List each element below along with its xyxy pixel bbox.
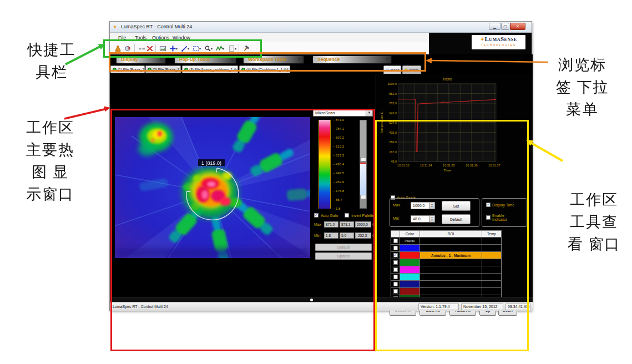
min-field-1[interactable]: 1.8 [324, 232, 338, 239]
roi-row-checkbox[interactable] [393, 275, 398, 279]
file-tab-1[interactable]: (1) File [Braze_2.ifv] [110, 65, 145, 73]
popup-collapse-icon[interactable]: × [230, 56, 233, 63]
enable-indicator-checkbox[interactable] [486, 215, 491, 220]
auto-gain-checkbox[interactable] [314, 213, 318, 218]
color-column-header: Color [400, 231, 420, 237]
roi-row-checkbox-cell[interactable] [391, 288, 400, 295]
app-icon: ✦ [113, 24, 117, 30]
max-field-2[interactable]: 873.1 [340, 221, 354, 228]
display-header[interactable]: Display× [116, 55, 166, 64]
capture-icon[interactable] [123, 44, 133, 53]
roi-row-checkbox[interactable] [393, 239, 398, 243]
slider-upper-handle[interactable] [360, 157, 366, 161]
roi-table-row[interactable] [391, 245, 501, 252]
close-button[interactable]: ✕ [510, 23, 525, 30]
trend-tab-icon [386, 68, 389, 72]
chart-xlabel: Time [443, 169, 451, 172]
slider-lower-handle[interactable] [360, 195, 366, 199]
roi-row-checkbox[interactable] [393, 282, 398, 286]
spinner-arrows-icon[interactable]: ▲▼ [429, 216, 434, 222]
trend-dropdown-caret[interactable]: ▾ [223, 47, 224, 50]
trend-min-input[interactable]: 48.0▲▼ [411, 215, 435, 223]
svg-text:10:31:33: 10:31:33 [397, 164, 409, 167]
roi-row-checkbox-cell[interactable] [391, 237, 400, 244]
roi-table-row[interactable] [391, 281, 501, 288]
zoom-dropdown-caret[interactable]: ▾ [211, 47, 213, 50]
maximize-button[interactable]: ▢ [501, 23, 509, 30]
roi-row-checkbox[interactable] [393, 260, 398, 265]
roi-temp-cell [482, 237, 501, 244]
snapshot-icon[interactable] [158, 44, 168, 53]
tools-icon[interactable] [241, 44, 251, 53]
menu-file[interactable]: File [117, 34, 128, 41]
chevron-down-icon[interactable]: ▼ [366, 110, 372, 116]
set-button[interactable]: Set [442, 201, 471, 211]
menu-window[interactable]: Window [171, 34, 192, 41]
roi-row-checkbox-cell[interactable] [391, 274, 400, 280]
palette-dropdown[interactable]: MikroScan ▼ [313, 109, 373, 117]
roi-row-checkbox-cell[interactable] [391, 252, 400, 259]
file-status-icon [184, 68, 188, 72]
rectangle-dropdown-caret[interactable]: ▾ [199, 47, 201, 50]
roi-table-row[interactable]: Palette [391, 237, 501, 245]
crosshair-dropdown-caret[interactable]: ▾ [176, 47, 178, 50]
min-field-3[interactable]: -252.3 [355, 232, 371, 239]
title-bar[interactable]: ✦ LumaSpec RT - Control Multi 24 ▁ ▢ ✕ [110, 22, 532, 33]
roi-row-checkbox[interactable] [393, 267, 398, 272]
roi-table-row[interactable] [391, 274, 501, 281]
tab-trend[interactable]: Trend [383, 65, 401, 74]
file-tab-4[interactable]: (4) File [Cooldown 1_1.ifv] [239, 65, 290, 73]
sequence-header[interactable]: Sequence× [312, 55, 392, 64]
thermal-image[interactable]: 1 (819.0) [115, 117, 310, 258]
invert-palette-checkbox[interactable] [345, 213, 349, 218]
max-field-3[interactable]: 2000.0 [355, 221, 371, 228]
minimize-button[interactable]: ▁ [489, 23, 500, 30]
workspace-collapse-icon[interactable]: × [298, 56, 301, 63]
max-field-1[interactable]: 871.0 [324, 221, 338, 228]
roi-color-swatch [400, 274, 420, 280]
roi-temp-cell [482, 266, 501, 273]
scale-range-slider[interactable] [360, 120, 367, 209]
roi-row-checkbox[interactable] [393, 253, 398, 257]
roi-table-row[interactable] [391, 259, 501, 266]
file-status-icon [241, 68, 245, 72]
file-tab-2[interactable]: (2) File [Braze_1.ifv] [145, 65, 181, 73]
roi-color-swatch [400, 252, 420, 259]
roi-row-checkbox[interactable] [393, 289, 398, 294]
connect-icon[interactable] [113, 44, 123, 53]
scale-update-button[interactable]: Update [315, 252, 372, 260]
roi-row-checkbox-cell[interactable] [391, 281, 400, 287]
trend-max-input[interactable]: 1000.0▲▼ [411, 202, 435, 209]
menu-options[interactable]: Options [150, 34, 171, 41]
workspace-tools-header[interactable]: Workspace Tools× [243, 55, 304, 64]
min-field-2[interactable]: 5.0 [340, 232, 354, 239]
roi-table-row[interactable] [391, 266, 501, 274]
line-dropdown-caret[interactable]: ▾ [188, 47, 189, 50]
svg-text:405.0: 405.0 [389, 131, 397, 134]
roi-table-row[interactable] [391, 288, 501, 295]
sequence-collapse-icon[interactable]: × [386, 56, 388, 63]
status-date: November 15, 2012 [461, 304, 503, 310]
roi-row-checkbox-cell[interactable] [391, 259, 400, 266]
timeline-position-marker[interactable] [310, 299, 313, 301]
logo-name: LumaSense [485, 36, 517, 42]
export-dropdown-caret[interactable]: ▾ [235, 47, 236, 50]
color-scale-ticks: 871.0784.1697.2610.2523.3436.4349.5262.6… [333, 120, 357, 209]
roi-row-checkbox[interactable] [393, 246, 398, 250]
scale-default-button[interactable]: Default [315, 244, 372, 251]
roi-row-checkbox-cell[interactable] [391, 245, 400, 251]
display-time-checkbox[interactable] [486, 203, 491, 207]
tab-alarm[interactable]: Alarm [402, 65, 421, 74]
scale-tick: 436.4 [333, 163, 344, 166]
spinner-arrows-icon[interactable]: ▲▼ [429, 203, 434, 209]
delete-icon[interactable] [145, 44, 155, 53]
file-tab-3[interactable]: (3) File [braze_cooldown_1.ifv] [182, 65, 238, 73]
trend-default-button[interactable]: Default [442, 214, 471, 224]
display-collapse-icon[interactable]: × [160, 56, 163, 63]
roi-table-row[interactable]: Annulus - 1 - Maximum [391, 252, 501, 259]
menu-tools[interactable]: Tools [133, 34, 148, 41]
status-app-name: LumaSpec RT - Control Multi 24 [113, 305, 168, 309]
roi-color-swatch [400, 259, 420, 266]
roi-row-checkbox-cell[interactable] [391, 266, 400, 273]
popup-tools-header[interactable]: Pop-Up Tools× [174, 55, 236, 64]
